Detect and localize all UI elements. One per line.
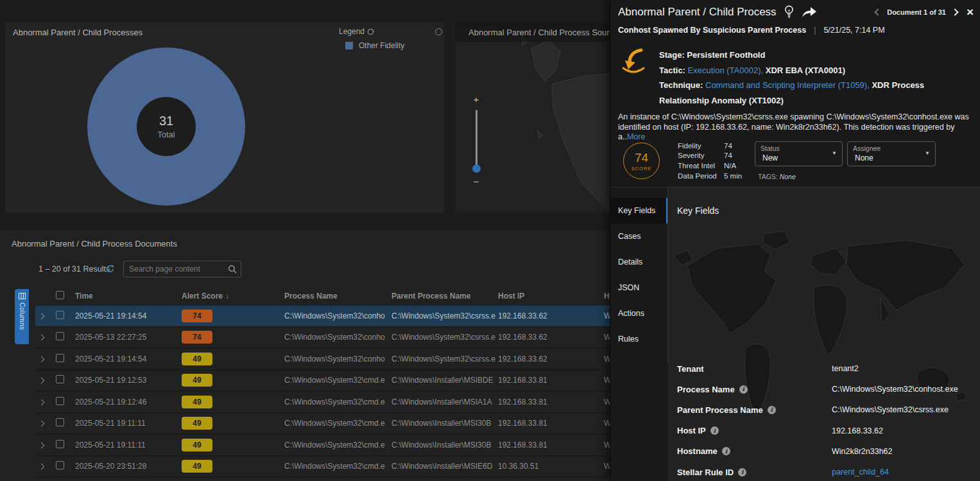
table-row[interactable]: 2025-05-21 19:11:1149C:\Windows\System32… xyxy=(35,435,614,457)
tab-cases[interactable]: Cases xyxy=(610,223,667,249)
cell-alert-score: 49 xyxy=(182,374,284,387)
status-dropdown[interactable]: Status New ▼ xyxy=(755,141,843,166)
stage-tactic-technique: Stage: Persistent Foothold Tactic: Execu… xyxy=(659,48,974,108)
map-zoom-in-button[interactable]: + xyxy=(470,94,483,105)
dashboard-root: Abnormal Parent / Child Processes Legend… xyxy=(0,0,980,481)
key-field-row: Parent Process NameiC:\Windows\System32\… xyxy=(668,399,980,420)
close-icon[interactable]: × xyxy=(967,7,974,17)
header-alert-score[interactable]: Alert Score↓ xyxy=(182,292,284,301)
search-input[interactable] xyxy=(129,265,228,274)
cell-process-name: C:\Windows\System32\cmd.e xyxy=(284,419,391,428)
expand-row-icon[interactable] xyxy=(35,333,53,342)
tab-json[interactable]: JSON xyxy=(610,275,667,301)
chevron-down-icon: ▼ xyxy=(925,150,930,156)
row-checkbox[interactable] xyxy=(53,418,75,428)
table-row[interactable]: 2025-05-21 19:12:5349C:\Windows\System32… xyxy=(35,371,614,392)
row-checkbox[interactable] xyxy=(53,461,75,471)
expand-row-icon[interactable] xyxy=(35,311,53,320)
document-count: Document 1 of 31 xyxy=(887,8,946,16)
cell-process-name: C:\Windows\System32\conho xyxy=(284,333,391,342)
table-row[interactable]: 2025-05-21 19:14:5449C:\Windows\System32… xyxy=(35,349,614,371)
map-zoom-slider-handle[interactable] xyxy=(472,164,481,173)
expand-row-icon[interactable] xyxy=(35,419,53,428)
legend-item[interactable]: Other Fidelity xyxy=(345,41,404,50)
cell-process-name: C:\Windows\System32\cmd.e xyxy=(284,441,391,450)
row-checkbox[interactable] xyxy=(53,375,75,385)
next-document-icon[interactable] xyxy=(951,8,958,15)
panel-options-icon[interactable] xyxy=(435,28,442,35)
documents-title: Abnormal Parent / Child Process Document… xyxy=(12,239,177,249)
table-body: 2025-05-21 19:14:5474C:\Windows\System32… xyxy=(35,306,614,478)
info-icon[interactable]: i xyxy=(710,426,719,435)
map-zoom-out-button[interactable]: − xyxy=(470,177,483,187)
legend-refresh-icon[interactable] xyxy=(367,28,374,35)
donut-panel-title: Abnormal Parent / Child Processes xyxy=(13,28,142,37)
tab-actions[interactable]: Actions xyxy=(610,301,667,326)
row-checkbox[interactable] xyxy=(53,311,75,321)
tab-rules[interactable]: Rules xyxy=(610,326,667,352)
lightbulb-icon[interactable] xyxy=(784,5,794,19)
cell-time: 2025-05-21 19:14:54 xyxy=(75,311,182,320)
tab-details[interactable]: Details xyxy=(610,249,667,275)
table-row[interactable]: 2025-05-21 19:11:1149C:\Windows\System32… xyxy=(35,414,614,435)
document-navigation: Document 1 of 31 × xyxy=(875,7,974,17)
info-icon[interactable]: i xyxy=(722,447,730,455)
table-row[interactable]: 2025-05-13 22:27:2574C:\Windows\System32… xyxy=(35,328,614,349)
expand-row-icon[interactable] xyxy=(35,376,53,385)
tab-key-fields[interactable]: Key Fields xyxy=(610,198,667,223)
key-field-row: Host IPi192.168.33.62 xyxy=(668,421,980,441)
map-zoom-slider[interactable] xyxy=(476,110,477,171)
assignee-dropdown[interactable]: Assignee None ▼ xyxy=(847,141,936,166)
select-all-checkbox[interactable] xyxy=(53,291,75,301)
donut-center: 31 Total xyxy=(137,97,196,156)
row-checkbox[interactable] xyxy=(53,332,75,342)
info-icon[interactable]: i xyxy=(739,385,748,394)
cell-process-name: C:\Windows\System32\conho xyxy=(284,354,391,363)
legend-label: Legend xyxy=(339,27,365,36)
score-value: 74 xyxy=(635,151,648,165)
refresh-icon[interactable] xyxy=(105,264,115,274)
header-host-ip[interactable]: Host IP xyxy=(498,292,604,301)
cell-host-ip: 192.168.33.81 xyxy=(498,398,604,407)
table-row[interactable]: 2025-05-20 23:51:2849C:\Windows\System32… xyxy=(35,457,614,478)
tactic-link[interactable]: Execution (TA0002), xyxy=(688,66,764,75)
cell-parent-process-name: C:\Windows\Installer\MSI30B xyxy=(391,419,498,428)
stat-row: Data Period5 min xyxy=(678,171,742,181)
previous-document-icon[interactable] xyxy=(875,8,882,15)
alert-score-badge: 49 xyxy=(182,396,212,408)
table-row[interactable]: 2025-05-21 19:12:4649C:\Windows\System32… xyxy=(35,392,614,414)
expand-row-icon[interactable] xyxy=(35,354,53,363)
detail-tabs: Key FieldsCasesDetailsJSONActionsRules xyxy=(610,188,668,363)
stat-value: N/A xyxy=(724,162,742,170)
key-field-value: C:\Windows\System32\csrss.exe xyxy=(832,405,980,414)
header-time[interactable]: Time xyxy=(75,292,182,301)
row-checkbox[interactable] xyxy=(53,397,75,407)
row-checkbox[interactable] xyxy=(53,354,75,364)
alert-detail-panel: Abnormal Parent / Child Process Document… xyxy=(610,0,980,481)
search-icon[interactable] xyxy=(228,265,237,274)
more-link[interactable]: More xyxy=(627,132,645,141)
key-field-row: Stellar Rule IDiparent_child_64 xyxy=(668,462,980,481)
key-field-value: C:\Windows\System32\conhost.exe xyxy=(832,385,980,394)
header-parent-process-name[interactable]: Parent Process Name xyxy=(391,292,498,301)
expand-row-icon[interactable] xyxy=(35,462,53,471)
row-checkbox[interactable] xyxy=(53,440,75,450)
header-process-name[interactable]: Process Name xyxy=(284,292,391,301)
donut-total-label: Total xyxy=(157,130,175,139)
key-field-row: Process NameiC:\Windows\System32\conhost… xyxy=(668,379,980,399)
info-icon[interactable]: i xyxy=(768,406,776,414)
key-field-label: Parent Process Namei xyxy=(677,405,832,415)
technique-link[interactable]: Command and Scripting Interpreter (T1059… xyxy=(705,80,870,90)
cell-host-ip: 192.168.33.62 xyxy=(498,311,604,320)
expand-row-icon[interactable] xyxy=(35,398,53,407)
cell-time: 2025-05-21 19:11:11 xyxy=(75,419,182,428)
tactic-xdr: XDR EBA (XTA0001) xyxy=(766,66,845,75)
table-row[interactable]: 2025-05-21 19:14:5474C:\Windows\System32… xyxy=(35,306,614,328)
expand-row-icon[interactable] xyxy=(35,441,53,450)
share-icon[interactable] xyxy=(802,6,817,18)
key-field-value-link[interactable]: parent_child_64 xyxy=(832,468,980,477)
cell-parent-process-name: C:\Windows\System32\csrss.e xyxy=(391,333,498,342)
donut-chart[interactable]: 31 Total xyxy=(87,48,245,206)
columns-button[interactable]: Columns xyxy=(15,289,29,344)
info-icon[interactable]: i xyxy=(738,468,746,477)
